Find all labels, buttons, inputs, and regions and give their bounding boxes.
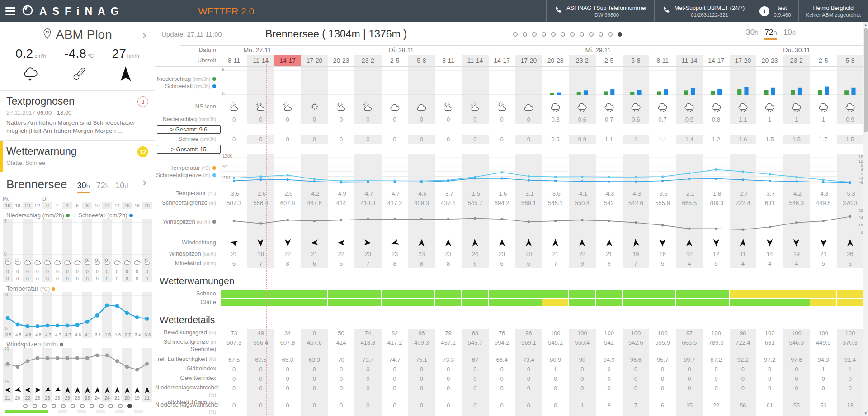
range-tab-30h[interactable]: 30h [746, 28, 758, 38]
time-slot[interactable]: 20-23 [328, 55, 354, 66]
pagination-dot[interactable] [551, 32, 556, 37]
chevron-right-icon[interactable]: › [142, 30, 146, 39]
time-slot[interactable]: 8-11 [221, 55, 247, 66]
time-slot[interactable]: 5-8 [837, 55, 863, 66]
pagination-dot[interactable] [589, 32, 594, 37]
value-cell: 100 [596, 329, 623, 338]
time-slot[interactable]: 14-17 [703, 55, 730, 66]
pagination-dot[interactable] [542, 32, 546, 37]
time-slot[interactable]: 20-23 [756, 55, 783, 66]
time-slot[interactable]: 2-5 [596, 55, 623, 66]
time-slot[interactable]: 20-23 [542, 55, 569, 66]
pagination-dot[interactable] [23, 404, 28, 408]
pagination-dot[interactable] [90, 404, 94, 408]
sidebar-mini-forecast: MoDi1618202202468101214161820Niederschla… [0, 194, 155, 413]
value-cell: 75.1 [408, 355, 435, 365]
time-slot[interactable]: 17-20 [301, 55, 328, 66]
time-slot[interactable]: 11-14 [462, 55, 488, 66]
pagination-dot[interactable] [523, 32, 527, 37]
pagination-dot[interactable] [108, 404, 113, 408]
mini-temp-chart: 0-5 [3, 292, 152, 331]
time-slot[interactable]: 2-5 [810, 55, 837, 66]
weather-icon-cell [783, 98, 810, 115]
pagination-dot[interactable] [599, 32, 603, 37]
warning-cell [542, 290, 568, 298]
pagination-dot[interactable] [42, 404, 47, 408]
range-tab-10d[interactable]: 10d [783, 28, 796, 38]
gesamt-niederschlag-button[interactable]: > Gesamt: 9.6 [157, 125, 221, 134]
pagination-dot[interactable] [570, 32, 575, 37]
value-cell: 1.2 [703, 135, 730, 144]
pagination-dot[interactable] [33, 404, 37, 408]
scroll-up-icon[interactable]: ▲ [863, 22, 868, 28]
value-cell: 0 [435, 374, 462, 384]
value-cell: -2.6 [274, 189, 301, 198]
time-slot[interactable]: 5-8 [408, 55, 435, 66]
value-cell: 556.4 [247, 198, 274, 208]
tab-30h[interactable]: 30h [77, 181, 90, 193]
warning-cell [837, 299, 863, 306]
panel-title[interactable]: Brennersee [6, 178, 67, 192]
value-cell: 6 [837, 259, 863, 268]
scrollbar-thumb[interactable] [864, 28, 868, 132]
value-cell: 0 [382, 135, 408, 144]
value-cell: 6 [489, 259, 515, 268]
pagination-dot[interactable] [127, 404, 132, 408]
vertical-scrollbar[interactable]: ▲ ▼ [863, 22, 868, 416]
value-cell: 9 [596, 259, 623, 268]
gesamt-schnee-button[interactable]: > Gesamt: 15 [157, 145, 221, 154]
pagination-dot[interactable] [99, 404, 104, 408]
temp-chart-label: Temperatur (°C)Schneefallgrenze (m) [155, 164, 221, 179]
pagination-dot[interactable] [71, 404, 75, 408]
axis-label: 24 [858, 215, 863, 220]
time-slot[interactable]: 8-11 [435, 55, 462, 66]
pagination-dot[interactable] [513, 32, 518, 37]
pagination-dot[interactable] [118, 404, 123, 408]
range-tab-72h[interactable]: 72h [764, 28, 777, 40]
value-cell: 0 [354, 115, 381, 124]
time-slot[interactable]: 23-2 [783, 55, 810, 66]
value-cell: 22 [274, 249, 301, 259]
time-slot[interactable]: 2-5 [382, 55, 408, 66]
value-cell: 0 [354, 135, 381, 144]
menu-icon[interactable] [0, 0, 21, 22]
value-cell: 0 [247, 365, 274, 374]
weather-icon-cloud [133, 257, 142, 266]
value-cell: 97 [676, 329, 703, 338]
value-cell: 507.3 [221, 198, 247, 208]
pagination-dot[interactable] [608, 32, 613, 37]
time-slot[interactable]: 5-8 [623, 55, 649, 66]
value-cell: 556.4 [247, 338, 274, 355]
time-slot[interactable]: 23-2 [569, 55, 595, 66]
time-slot[interactable]: 17-20 [730, 55, 756, 66]
uhrzeit-row: Uhrzeit8-1111-1414-1717-2020-2323-22-55-… [155, 55, 863, 67]
value-cell: 0 [489, 401, 515, 416]
time-slot[interactable]: 11-14 [676, 55, 703, 66]
time-slot[interactable]: 14-17 [489, 55, 515, 66]
time-slot[interactable]: 8-11 [649, 55, 676, 66]
sidebar-item-textprognosen[interactable]: Textprognosen 3 27.11.2017 06:00 - 18:00… [0, 90, 155, 140]
warning-cell [783, 290, 809, 298]
pagination-dot[interactable] [618, 32, 622, 37]
time-slot[interactable]: 17-20 [515, 55, 542, 66]
time-slot[interactable]: 11-14 [247, 55, 274, 66]
pagination-dot[interactable] [61, 404, 66, 408]
pagination-dot[interactable] [532, 32, 537, 37]
chevron-right-icon[interactable]: › [142, 178, 146, 187]
pagination-dot[interactable] [80, 404, 85, 408]
tab-72h[interactable]: 72h [96, 181, 109, 192]
pagination-dot[interactable] [580, 32, 584, 37]
pagination-dot[interactable] [52, 404, 56, 408]
time-slot[interactable]: 14-17 [274, 55, 301, 66]
warning-cell [221, 299, 247, 306]
scroll-down-icon[interactable]: ▼ [863, 411, 868, 416]
warning-cell [756, 299, 783, 306]
pagination-dot[interactable] [561, 32, 565, 37]
value-cell: 542.6 [623, 338, 649, 355]
station-selector[interactable]: ABM Plon › [0, 22, 155, 44]
tab-10d[interactable]: 10d [115, 181, 128, 192]
value-cell: 631 [756, 198, 783, 208]
time-slot[interactable]: 23-2 [354, 55, 381, 66]
sidebar-item-wetterwarnung[interactable]: Wetterwarnung 12 Glätte, Schnee [0, 140, 155, 172]
warning-cell [676, 290, 702, 298]
